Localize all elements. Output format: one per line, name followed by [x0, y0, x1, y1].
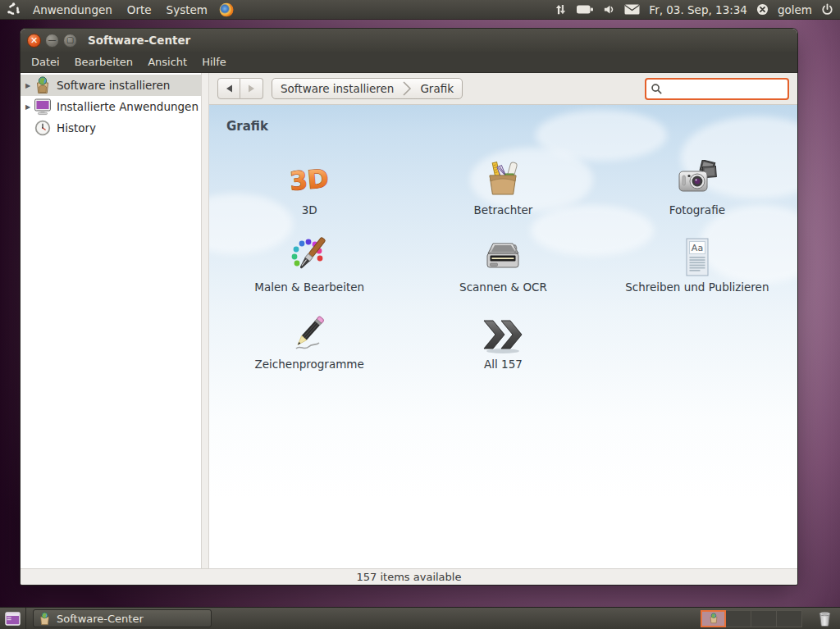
- expander-icon[interactable]: ▶: [23, 82, 33, 89]
- ubuntu-logo-icon: [7, 2, 21, 16]
- menu-datei[interactable]: Datei: [24, 52, 67, 73]
- sidebar-scrollbar[interactable]: [202, 73, 209, 568]
- network-traffic-icon[interactable]: [555, 3, 567, 16]
- expander-icon[interactable]: ▶: [23, 103, 33, 111]
- software-center-window: ✕ — ▢ Software-Center Datei Bearbeiten A…: [21, 29, 797, 585]
- svg-text:Aa: Aa: [692, 243, 703, 253]
- clock-text[interactable]: Fr, 03. Sep, 13:34: [649, 3, 747, 16]
- window-title: Software-Center: [88, 34, 190, 47]
- category-3d[interactable]: 3D 3D: [212, 155, 406, 232]
- status-text: 157 items available: [357, 571, 462, 583]
- software-center-bag-icon: [39, 612, 51, 626]
- category-heading: Grafik: [209, 105, 797, 134]
- breadcrumb: Software installieren Grafik: [272, 78, 463, 99]
- window-menubar: Datei Bearbeiten Ansicht Hilfe: [21, 52, 797, 73]
- category-malen-bearbeiten[interactable]: Malen & Bearbeiten: [212, 232, 406, 309]
- category-label: Fotografie: [669, 203, 725, 217]
- minimize-button[interactable]: —: [45, 34, 59, 48]
- category-betrachter[interactable]: Betrachter: [406, 155, 600, 232]
- workspace-switcher: [701, 610, 802, 627]
- forward-button[interactable]: [240, 78, 263, 99]
- software-center-bag-icon: [33, 76, 52, 94]
- taskbar-window-label: Software-Center: [57, 613, 144, 625]
- toolbar: Software installieren Grafik: [209, 73, 797, 105]
- breadcrumb-current[interactable]: Grafik: [412, 79, 462, 98]
- category-view: Grafik 3D 3D: [209, 105, 797, 568]
- username-text[interactable]: golem: [778, 3, 812, 16]
- scanner-icon: [482, 232, 524, 278]
- workspace-1[interactable]: [701, 610, 726, 627]
- firefox-icon[interactable]: [218, 2, 235, 18]
- svg-text:3D: 3D: [289, 163, 330, 196]
- monitor-icon: [33, 98, 52, 116]
- menu-orte[interactable]: Orte: [120, 0, 159, 20]
- category-scannen-ocr[interactable]: Scannen & OCR: [406, 232, 600, 309]
- back-button[interactable]: [217, 78, 240, 99]
- bottom-taskbar: Software-Center: [0, 607, 840, 629]
- volume-icon[interactable]: [603, 3, 615, 16]
- pencil-icon: [288, 309, 331, 355]
- battery-icon[interactable]: [576, 4, 594, 15]
- sidebar-item-installierte-anwendungen[interactable]: ▶ Installierte Anwendungen: [21, 96, 201, 117]
- category-label: Zeichenprogramme: [255, 358, 364, 371]
- show-desktop-button[interactable]: [0, 608, 26, 629]
- menu-system[interactable]: System: [159, 0, 215, 20]
- menu-bearbeiten[interactable]: Bearbeiten: [67, 52, 140, 73]
- close-button[interactable]: ✕: [27, 34, 41, 48]
- search-icon: [651, 83, 663, 95]
- category-label: All 157: [484, 358, 523, 371]
- sidebar: ▶ Software installieren ▶: [21, 73, 202, 568]
- workspace-4[interactable]: [777, 610, 802, 627]
- document-aa-icon: Aa: [679, 232, 715, 278]
- category-label: 3D: [302, 203, 317, 217]
- category-label: Betrachter: [474, 203, 533, 217]
- status-bar: 157 items available: [21, 568, 797, 585]
- double-chevron-icon: [480, 309, 526, 355]
- sidebar-item-software-installieren[interactable]: ▶ Software installieren: [21, 75, 201, 96]
- menu-ansicht[interactable]: Ansicht: [140, 52, 194, 73]
- menu-anwendungen[interactable]: Anwendungen: [25, 0, 120, 20]
- messaging-envelope-icon[interactable]: [624, 4, 640, 15]
- category-zeichenprogramme[interactable]: Zeichenprogramme: [212, 309, 406, 386]
- grid-empty-cell: [600, 309, 794, 386]
- search-input[interactable]: [666, 83, 783, 95]
- category-fotografie[interactable]: Fotografie: [600, 155, 794, 232]
- accessories-box-icon: [482, 155, 523, 201]
- menu-hilfe[interactable]: Hilfe: [194, 52, 234, 73]
- top-panel: Anwendungen Orte System Fr, 03.: [0, 0, 840, 20]
- workspace-2[interactable]: [726, 610, 751, 627]
- maximize-button[interactable]: ▢: [63, 34, 77, 48]
- taskbar-window-button[interactable]: Software-Center: [33, 609, 212, 627]
- breadcrumb-root[interactable]: Software installieren: [272, 79, 402, 98]
- category-label: Malen & Bearbeiten: [254, 280, 364, 294]
- breadcrumb-separator-icon: [402, 79, 412, 98]
- category-all[interactable]: All 157: [406, 309, 600, 386]
- category-label: Schreiben und Publizieren: [625, 280, 769, 294]
- category-grid: 3D 3D: [209, 155, 797, 386]
- me-menu-status-icon[interactable]: [756, 3, 769, 16]
- category-label: Scannen & OCR: [459, 280, 547, 294]
- workspace-3[interactable]: [751, 610, 777, 627]
- trash-icon[interactable]: [814, 611, 835, 627]
- sidebar-item-label: Software installieren: [57, 79, 170, 92]
- sidebar-item-label: Installierte Anwendungen: [57, 100, 199, 113]
- history-clock-icon: [33, 119, 52, 137]
- power-icon[interactable]: [821, 3, 833, 16]
- search-box[interactable]: [645, 78, 789, 100]
- sidebar-item-history[interactable]: History: [21, 117, 201, 139]
- category-schreiben-publizieren[interactable]: Aa Schreiben und Publizieren: [600, 232, 794, 309]
- 3d-icon: 3D: [288, 155, 331, 201]
- window-titlebar[interactable]: ✕ — ▢ Software-Center: [21, 29, 797, 52]
- paintbrush-palette-icon: [288, 232, 331, 278]
- camera-icon: [676, 155, 719, 201]
- sidebar-item-label: History: [57, 121, 96, 134]
